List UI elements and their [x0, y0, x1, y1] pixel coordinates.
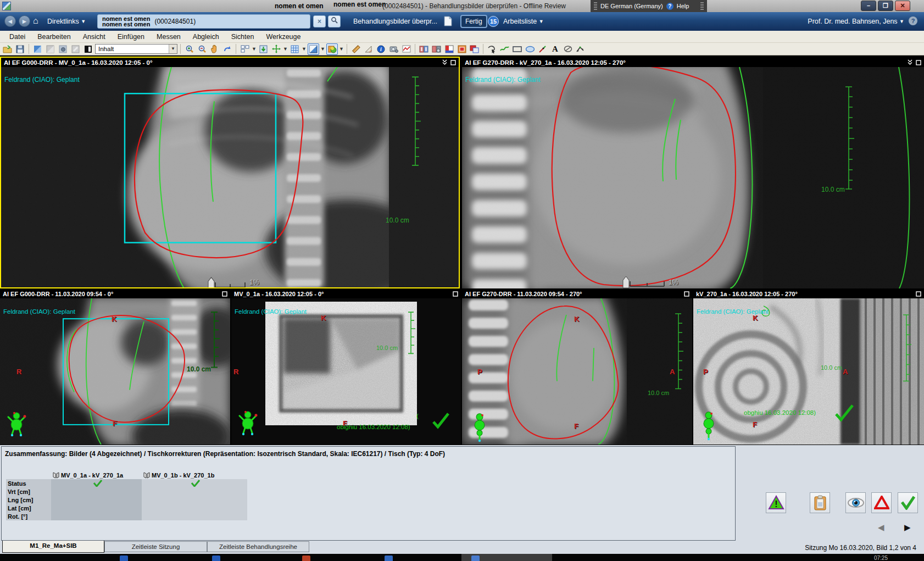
windows-taskbar[interactable]: 07:25: [0, 554, 924, 561]
approve-button[interactable]: [898, 492, 918, 513]
language-bar[interactable]: DE German (Germany) ? Help: [591, 0, 707, 12]
chevron-down-icon[interactable]: ▼: [320, 43, 325, 55]
help-icon[interactable]: ?: [666, 3, 673, 10]
viewport-panel-mv0-current[interactable]: AI EF G000-DRR - MV_0_1a - 16.03.2020 12…: [0, 57, 460, 288]
help-icon[interactable]: ?: [909, 16, 917, 25]
rectangle-tool-button[interactable]: [511, 43, 523, 55]
viewport-panel-kv270-current[interactable]: AI EF G270-DRR - kV_270_1a - 16.03.2020 …: [462, 58, 924, 288]
column-header-2[interactable]: MV_0_1b - kV_270_1b: [142, 471, 247, 480]
contour-pick-button[interactable]: [486, 43, 498, 55]
vector-tool-button[interactable]: [575, 43, 586, 55]
search-button[interactable]: [328, 15, 341, 27]
import-image-button[interactable]: [258, 43, 269, 55]
viewport-panel-g270-reference[interactable]: AI EF G270-DRR - 11.03.2020 09:54 - 270°: [462, 290, 692, 445]
grid-button[interactable]: [289, 43, 300, 55]
menu-abgleich[interactable]: Abgleich: [187, 32, 225, 42]
invert-display-button[interactable]: [82, 43, 94, 55]
maximize-icon[interactable]: [453, 291, 458, 297]
worklist-menu[interactable]: Arbeitsliste ▼: [503, 18, 544, 25]
chevron-down-icon[interactable]: ▼: [339, 43, 344, 55]
tab-plan[interactable]: M1_Re_Ma+SIB: [2, 541, 104, 553]
collapse-icon[interactable]: [907, 59, 913, 65]
warning-button[interactable]: !: [766, 492, 786, 513]
content-combobox[interactable]: Inhalt ▼: [95, 44, 177, 54]
menu-ansicht[interactable]: Ansicht: [77, 32, 112, 42]
drr-image-mv0[interactable]: Feldrand (CIAO): Geplant 10.0 cm 1%: [1, 67, 459, 287]
image-pair-settings-button[interactable]: [431, 43, 442, 55]
maximize-icon[interactable]: [916, 291, 921, 297]
done-button[interactable]: Fertig: [460, 15, 487, 28]
field-overlay-button[interactable]: [326, 43, 338, 55]
view-extra-button[interactable]: [70, 43, 81, 55]
review-button[interactable]: [845, 492, 866, 513]
view-compare-button[interactable]: [44, 43, 56, 55]
tab-course-timeline[interactable]: Zeitleiste Behandlungsreihe: [207, 541, 309, 552]
column-header-1[interactable]: MV_0_1a - kV_270_1a: [51, 471, 142, 480]
zoom-in-button[interactable]: [183, 43, 195, 55]
marker-pin-button[interactable]: [537, 43, 548, 55]
next-image-button[interactable]: ▶: [904, 523, 911, 531]
ruler-button[interactable]: [350, 43, 361, 55]
save-button[interactable]: [14, 43, 26, 55]
capture-button[interactable]: [388, 43, 399, 55]
protractor-button[interactable]: [363, 43, 374, 55]
menu-datei[interactable]: Datei: [3, 32, 31, 42]
open-button[interactable]: [2, 43, 13, 55]
previous-image-button[interactable]: ◀: [878, 523, 884, 531]
title-bar[interactable]: nomen et omen nomen est omen (0002484501…: [0, 0, 924, 12]
drr-image-g000-ref[interactable]: Feldrand (CIAO): Geplant K R F 10.0 cm: [0, 298, 230, 445]
histogram-button[interactable]: [400, 43, 412, 55]
zoom-out-button[interactable]: [196, 43, 208, 55]
view-settings-button[interactable]: [57, 43, 69, 55]
taskbar-icon-blue-2[interactable]: [212, 556, 220, 561]
tab-session-timeline[interactable]: Zeitleiste Sitzung: [104, 541, 207, 552]
viewport-panel-mv0-portal[interactable]: MV_0_1a - 16.03.2020 12:05 - 0°: [231, 290, 461, 445]
patient-search-field[interactable]: nomen est omen nomen est omen (000248450…: [97, 14, 310, 29]
image-pair-button[interactable]: [418, 43, 430, 55]
pan-button[interactable]: [209, 43, 220, 55]
maximize-icon[interactable]: [450, 60, 456, 65]
blend-box-button[interactable]: [456, 43, 467, 55]
options-icon[interactable]: [700, 2, 704, 10]
hide-overlays-button[interactable]: [562, 43, 574, 55]
document-icon[interactable]: [444, 16, 452, 26]
taskbar-icon-blue-3[interactable]: [385, 556, 393, 561]
activity-label[interactable]: Behandlungsbilder überpr...: [353, 18, 437, 25]
taskbar-icon-blue-1[interactable]: [120, 556, 128, 561]
ellipse-tool-button[interactable]: [524, 43, 536, 55]
info-button[interactable]: i: [375, 43, 387, 55]
blend-split-button[interactable]: [443, 43, 455, 55]
taskbar-icon-red[interactable]: [302, 556, 310, 561]
chevron-down-icon[interactable]: ▼: [169, 45, 177, 53]
minimize-button[interactable]: –: [861, 1, 876, 11]
restore-button[interactable]: ❐: [878, 1, 893, 11]
viewport-panel-kv270-portal[interactable]: kV_270_1a - 16.03.2020 12:05 - 270°: [693, 290, 924, 445]
drr-image-g270-ref[interactable]: K P A F 10.0 cm: [462, 298, 692, 445]
maximize-icon[interactable]: [684, 291, 689, 297]
maximize-icon[interactable]: [222, 291, 227, 297]
chevron-down-icon[interactable]: ▼: [283, 43, 288, 55]
forward-button[interactable]: ►: [19, 15, 30, 27]
chevron-down-icon[interactable]: ▼: [302, 43, 307, 55]
layout-button[interactable]: [239, 43, 251, 55]
text-tool-button[interactable]: A: [549, 43, 561, 55]
delta-button[interactable]: [871, 492, 892, 513]
grip-icon[interactable]: [594, 2, 597, 10]
back-button[interactable]: ◄: [4, 15, 16, 27]
view-single-button[interactable]: [32, 43, 43, 55]
move-button[interactable]: [270, 43, 282, 55]
menu-bearbeiten[interactable]: Bearbeiten: [31, 32, 76, 42]
portal-image-kv270[interactable]: Feldrand (CIAO): Geplant K P A F 10.0 cm…: [693, 298, 924, 445]
blend-overlap-button[interactable]: [469, 43, 480, 55]
user-menu[interactable]: Prof. Dr. med. Bahnsen, Jens ▼: [808, 18, 904, 25]
help-label[interactable]: Help: [677, 3, 689, 9]
window-level-button[interactable]: [308, 43, 319, 55]
close-button[interactable]: ✕: [895, 1, 910, 11]
menu-messen[interactable]: Messen: [151, 32, 187, 42]
clear-search-button[interactable]: ×: [313, 15, 326, 27]
direktlinks-menu[interactable]: Direktlinks ▼: [47, 18, 86, 25]
collapse-icon[interactable]: [442, 59, 448, 65]
viewport-panel-g000-reference[interactable]: AI EF G000-DRR - 11.03.2020 09:54 - 0°: [0, 290, 230, 445]
menu-werkzeuge[interactable]: Werkzeuge: [260, 32, 307, 42]
drr-image-kv270[interactable]: Feldrand (CIAO): Geplant 10.0 cm 1%: [462, 67, 924, 288]
